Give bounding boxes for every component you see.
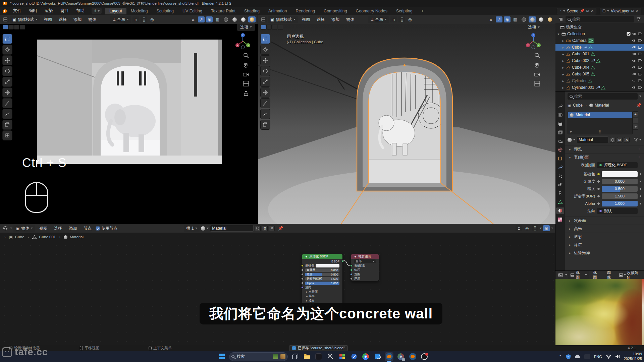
add-slot-button[interactable]: + (633, 111, 638, 117)
tool-select-box[interactable] (260, 34, 270, 44)
outliner-row-cube004[interactable]: ▸ Cube.004 (555, 64, 644, 71)
select-mode-tweak[interactable] (3, 25, 8, 29)
shading-material-icon[interactable] (537, 16, 545, 22)
tool-transform[interactable] (2, 87, 12, 98)
keyframe-dot[interactable] (640, 203, 641, 204)
add-workspace-button[interactable]: + (417, 8, 428, 14)
menu-file[interactable]: 文件 (9, 7, 25, 14)
mode-dropdown[interactable]: ▣物体模式 (268, 16, 298, 23)
material-name-field[interactable]: Material (577, 136, 608, 143)
node-transmission-panel[interactable]: ▸透射 (302, 298, 342, 303)
security-shield-icon[interactable] (566, 354, 571, 359)
tab-layout[interactable]: Layout (105, 8, 126, 14)
proportional-edit-icon[interactable]: ◎ (407, 16, 413, 22)
volume-icon[interactable] (615, 354, 620, 359)
metallic-slider[interactable]: 金属度0.000 (305, 268, 339, 272)
expand-icon[interactable]: ▾ (557, 32, 560, 36)
reference-image[interactable] (555, 279, 644, 345)
roughness-slider[interactable]: 糙度0.500 (305, 273, 339, 276)
taskbar-search[interactable]: 搜索 (229, 352, 288, 361)
taskbar-clock[interactable]: 10:09 2025/11/25 (624, 352, 642, 361)
orientation-dropdown[interactable]: ⟂全局 (110, 16, 131, 23)
surface-panel-header[interactable]: ▾表(曲)面⣿ (565, 153, 644, 161)
slot-dropdown[interactable]: 槽 1 (184, 225, 200, 232)
menu-view[interactable]: 视图 (299, 16, 313, 23)
scene-selector[interactable]: ◔ Scene 📌 ⧉ ✕ (557, 8, 596, 14)
shading-rendered-icon[interactable] (248, 16, 256, 22)
menu-edit[interactable]: 编辑 (25, 7, 41, 14)
snap-target-icon[interactable]: ⣿ (141, 16, 147, 22)
tray-expand-icon[interactable]: ⌃ (559, 354, 562, 359)
select-mode-circle[interactable] (272, 25, 277, 29)
menu-window[interactable]: 窗口 (57, 7, 72, 14)
snap-icon[interactable]: ⣿ (532, 225, 538, 231)
snap-icon[interactable]: ∩ (132, 16, 139, 22)
tab-rendering[interactable]: Rendering (291, 8, 319, 14)
shading-solid-icon[interactable] (231, 16, 238, 22)
tab-texture[interactable] (556, 216, 564, 223)
keyframe-dot[interactable] (640, 173, 641, 175)
parent-node-tree-icon[interactable]: ↥ (516, 225, 522, 231)
slot-expand-icon[interactable]: ▶ (570, 130, 572, 133)
chrome-secondary-icon[interactable] (396, 352, 405, 361)
office-app-icon[interactable] (338, 352, 346, 361)
proportional-edit-icon[interactable]: ◎ (149, 16, 155, 22)
tab-modeling[interactable]: Modeling (126, 8, 152, 14)
outliner-search-input[interactable]: 搜索 (566, 16, 634, 22)
tool-measure[interactable] (2, 109, 12, 119)
shading-wireframe-icon[interactable] (520, 16, 527, 22)
base-color-swatch[interactable] (602, 171, 638, 177)
input-socket[interactable] (301, 273, 304, 276)
menu-select[interactable]: 选择 (51, 225, 65, 232)
tool-annotate[interactable] (260, 98, 270, 108)
base-color-swatch[interactable] (316, 264, 339, 267)
editor-type-icon[interactable] (2, 16, 9, 22)
eye-icon[interactable] (632, 52, 637, 56)
pin-icon[interactable]: 📌 (636, 103, 641, 108)
node-specular-panel[interactable]: ▸高光 (302, 294, 342, 298)
export-button[interactable]: ⇧ (92, 8, 102, 14)
tool-add-cube[interactable] (2, 120, 12, 130)
eye-closed-icon[interactable] (632, 79, 637, 82)
tab-scripting[interactable]: Scripting (392, 8, 417, 14)
metallic-slider[interactable]: 0.000 (602, 179, 638, 184)
tab-object-data[interactable] (556, 199, 564, 205)
ior-slider[interactable]: 1.500 (602, 193, 638, 199)
tab-view-layer[interactable] (556, 129, 564, 135)
checkbox-icon[interactable] (627, 32, 631, 36)
options-button[interactable]: 选项 (525, 24, 543, 31)
shader-editor[interactable]: ▣物体 视图 选择 添加 节点 使用节点 槽 1 Material ⧉ ✕ 📌 … (0, 224, 555, 345)
filter-icon[interactable] (635, 16, 642, 22)
bsdf-output-socket[interactable] (341, 260, 344, 262)
tab-compositing[interactable]: Compositing (319, 8, 351, 14)
tool-cursor[interactable] (2, 45, 12, 55)
options-button[interactable]: 选项 (237, 24, 255, 31)
alpha-slider[interactable]: 1.000 (602, 201, 638, 206)
keyframe-dot[interactable] (640, 181, 641, 182)
eye-icon[interactable] (632, 59, 637, 62)
shading-material-icon[interactable] (239, 16, 247, 22)
onedrive-cloud-icon[interactable] (575, 355, 581, 359)
select-mode-box[interactable] (8, 25, 14, 29)
zoom-icon[interactable] (243, 53, 249, 58)
lock-icon[interactable] (243, 90, 249, 96)
camera-visibility-icon[interactable] (638, 66, 643, 69)
properties-search-input[interactable]: 搜索 (568, 93, 638, 100)
material-name-field[interactable]: Material (210, 225, 254, 232)
pc-manager-icon[interactable] (373, 352, 382, 361)
camera-visibility-icon[interactable] (638, 46, 643, 49)
orientation-gizmo[interactable]: Z X Y (234, 33, 252, 50)
outliner-row-camera[interactable]: ▸ Camera (555, 37, 644, 44)
tool-scale[interactable] (2, 77, 12, 87)
tool-move[interactable] (260, 55, 270, 65)
tab-output[interactable] (556, 120, 564, 127)
tool-add-cube[interactable] (260, 120, 270, 130)
menu-object[interactable]: 物体 (86, 16, 99, 23)
camera-view-icon[interactable] (534, 72, 540, 77)
menu-help[interactable]: 帮助 (72, 7, 88, 14)
wifi-icon[interactable] (606, 354, 611, 359)
surface-input-socket[interactable] (350, 264, 353, 267)
select-mode-lasso[interactable] (20, 25, 25, 29)
outliner-row-cylinder[interactable]: ▸ Cylinder (555, 77, 644, 84)
target-dropdown[interactable]: 全部 (354, 259, 376, 263)
